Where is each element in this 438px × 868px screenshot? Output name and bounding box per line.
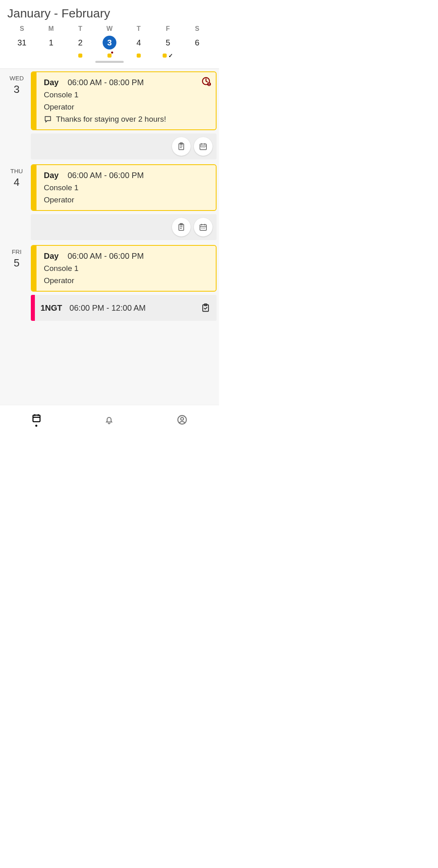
svg-point-25 [204,228,205,229]
shift-color-stripe [32,165,36,210]
event-dot-icon [137,54,141,58]
dow-label: S [195,25,200,32]
shift-color-stripe [32,246,36,291]
day-row: FRI 5 Day 06:00 AM - 06:00 PM Console 1 … [0,243,219,321]
week-day[interactable]: W 3 [95,25,124,58]
event-dot-icon [107,54,112,58]
daynum-label: 4 [2,176,31,189]
day-row: THU 4 Day 06:00 AM - 06:00 PM Console 1 … [0,162,219,240]
dow-label: W [106,25,112,32]
day-number: 31 [15,36,29,49]
schedule-list[interactable]: WED 3 Day 06:00 AM - 08:00 PM Console 1 [0,69,219,405]
day-number: 4 [132,36,146,49]
shift-actions-bar [31,214,217,240]
calendar-button[interactable] [194,218,213,236]
nav-calendar-button[interactable] [31,413,42,427]
svg-rect-8 [200,144,206,150]
dow-label: T [137,25,141,32]
daynum-label: 5 [2,257,31,269]
svg-point-12 [202,147,202,148]
clipboard-button[interactable] [172,137,191,156]
weekday-label: WED [2,75,31,82]
day-number: 5 [161,36,175,49]
shift-time: 06:00 AM - 06:00 PM [68,251,144,261]
shift-location: Console 1 [44,90,210,99]
week-day[interactable]: T 2 [66,25,95,58]
week-day[interactable]: S 31 [7,25,36,58]
shift-color-stripe [32,72,36,129]
shift-card[interactable]: Day 06:00 AM - 06:00 PM Console 1 Operat… [31,164,217,211]
dow-label: T [78,25,82,32]
week-day[interactable]: S 6 [182,25,212,58]
nav-notifications-button[interactable] [104,415,114,425]
day-number-selected: 3 [103,36,116,49]
svg-rect-3 [209,85,210,86]
shift-time: 06:00 AM - 08:00 PM [68,78,144,87]
shift-card[interactable]: Day 06:00 AM - 08:00 PM Console 1 Operat… [31,71,217,130]
week-day[interactable]: T 4 [124,25,153,58]
week-day[interactable]: M 1 [36,25,66,58]
svg-point-24 [203,228,204,229]
day-number: 1 [44,36,58,49]
shift-color-stripe [31,295,35,321]
overtime-alert-icon [201,76,212,87]
date-block: FRI 5 [2,245,31,321]
week-strip: S 31 M 1 T 2 W 3 T 4 [7,25,212,58]
svg-point-13 [203,147,204,148]
shift-actions-bar [31,133,217,159]
comment-icon [44,115,52,123]
shift-name: Day [44,78,59,87]
clipboard-button[interactable] [172,218,191,236]
nav-active-dot-icon [35,425,37,427]
day-row: WED 3 Day 06:00 AM - 08:00 PM Console 1 [0,69,219,159]
shift-role: Operator [44,276,210,285]
svg-point-14 [204,147,205,148]
weekday-label: FRI [2,248,31,255]
event-dot-icon [78,54,82,58]
svg-rect-2 [209,83,210,84]
shift-card[interactable]: Day 06:00 AM - 06:00 PM Console 1 Operat… [31,245,217,292]
bottom-nav [0,405,219,434]
month-range-title: January - February [7,6,212,20]
shift-role: Operator [44,103,210,112]
svg-rect-19 [200,225,206,230]
dow-label: S [20,25,24,32]
comment-text: Thanks for staying over 2 hours! [56,115,166,124]
shift-name: 1NGT [41,303,62,313]
clipboard-check-icon [200,303,211,313]
shift-name: Day [44,171,59,180]
svg-point-33 [181,417,184,420]
date-block: WED 3 [2,71,31,159]
shift-location: Console 1 [44,264,210,273]
shift-time: 06:00 AM - 06:00 PM [68,171,144,180]
day-number: 6 [190,36,204,49]
date-block: THU 4 [2,164,31,240]
drag-handle-icon[interactable] [95,61,124,63]
shift-comment: Thanks for staying over 2 hours! [44,115,210,124]
approved-check-icon: ✓ [168,52,173,59]
alert-dot-icon [111,52,113,54]
secondary-shift-card[interactable]: 1NGT 06:00 PM - 12:00 AM [31,295,217,321]
dow-label: M [48,25,54,32]
calendar-header: January - February S 31 M 1 T 2 W 3 [0,0,219,64]
daynum-label: 3 [2,83,31,96]
day-number: 2 [73,36,87,49]
shift-name: Day [44,251,59,261]
event-dot-icon [163,54,167,58]
weekday-label: THU [2,168,31,174]
shift-location: Console 1 [44,183,210,192]
shift-role: Operator [44,196,210,204]
dow-label: F [166,25,170,32]
nav-profile-button[interactable] [176,414,188,425]
calendar-button[interactable] [194,137,213,156]
svg-rect-28 [33,415,40,421]
svg-point-23 [202,228,202,229]
week-day[interactable]: F 5 ✓ [153,25,182,58]
shift-time: 06:00 PM - 12:00 AM [69,303,146,313]
